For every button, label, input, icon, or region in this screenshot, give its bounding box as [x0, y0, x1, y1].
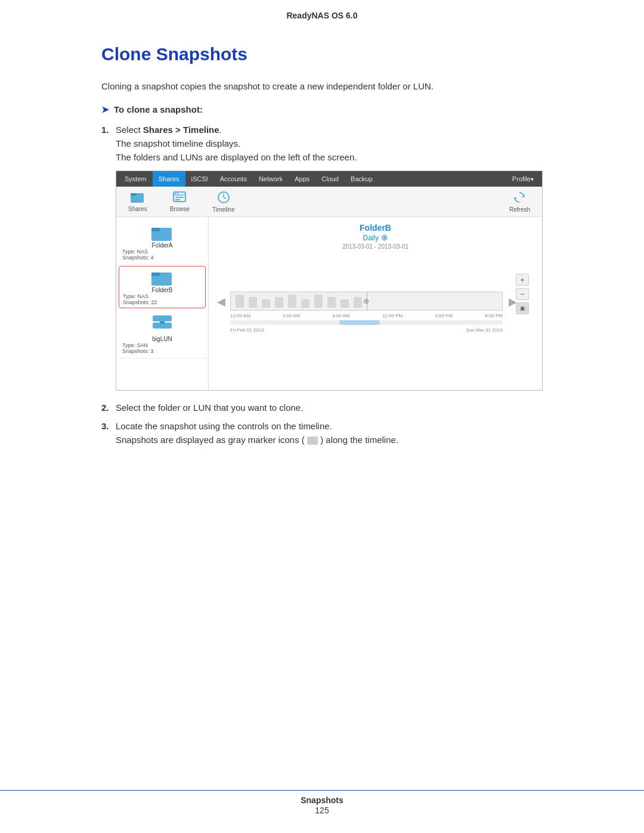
footer-label: Snapshots [0, 795, 644, 805]
folder-a-type: Type: NAS [122, 249, 202, 255]
marker-7 [314, 295, 323, 308]
clock-icon [216, 190, 231, 205]
time-label-1: 4:00 AM [283, 313, 300, 318]
step-1-number: 1. [101, 125, 109, 135]
date-end: Sun Mar 31 2013 [466, 327, 503, 333]
date-start: Fri Feb 01 2013 [230, 327, 264, 333]
step-1: 1. Select Shares > Timeline. The snapsho… [101, 125, 543, 391]
toolbar-browse-label: Browse [170, 206, 190, 212]
folder-item-lun[interactable]: bigLUN Type: SAN Snapshots: 3 [116, 309, 208, 358]
svg-rect-18 [153, 315, 172, 321]
folder-b-icon [151, 269, 173, 286]
nav-bar: System Shares iSCSI Accounts Network App… [116, 171, 542, 187]
toolbar-timeline-label: Timeline [212, 206, 234, 213]
lun-type: Type: SAN [122, 342, 202, 348]
intro-text: Cloning a snapshot copies the snapshot t… [101, 81, 543, 91]
step-1-text: Select Shares > Timeline. [116, 125, 222, 135]
lun-name: bigLUN [122, 336, 202, 342]
nav-tab-system[interactable]: System [119, 171, 153, 187]
nav-tab-apps[interactable]: Apps [289, 171, 315, 187]
time-label-0: 12:00 AM [230, 313, 250, 318]
nav-tab-backup[interactable]: Backup [345, 171, 379, 187]
time-label-3: 12:00 PM [382, 313, 402, 318]
step-2: 2. Select the folder or LUN that you wan… [101, 402, 543, 413]
folder-icon [131, 191, 145, 205]
marker-3 [262, 299, 270, 308]
screenshot: System Shares iSCSI Accounts Network App… [116, 171, 543, 391]
toolbar-shares-label: Shares [128, 206, 147, 212]
right-panel: FolderB Daily ⊕ 2013-03-01 - 2013-03-01 … [209, 217, 542, 390]
screenshot-body: FolderA Type: NAS Snapshots: 4 [116, 217, 542, 390]
time-labels: 12:00 AM 4:00 AM 8:00 AM 12:00 PM 4:00 P… [230, 313, 503, 318]
step-3-number: 3. [101, 421, 109, 431]
folder-item-b[interactable]: FolderB Type: NAS Snapshots: 22 [119, 266, 206, 308]
browse-icon [172, 191, 187, 205]
zoom-in-button[interactable]: + [516, 274, 529, 286]
scroll-bar-horizontal[interactable] [230, 320, 503, 325]
svg-rect-20 [160, 321, 165, 324]
nav-tab-iscsi[interactable]: iSCSI [185, 171, 214, 187]
marker-8 [327, 297, 336, 308]
time-label-2: 8:00 AM [332, 313, 349, 318]
timeline-nav-left[interactable]: ◀ [217, 295, 225, 308]
time-label-5: 8:00 PM [485, 313, 503, 318]
svg-rect-7 [175, 199, 180, 200]
step-3: 3. Locate the snapshot using the control… [101, 421, 543, 445]
main-content: Clone Snapshots Cloning a snapshot copie… [78, 26, 566, 445]
date-range: 2013-03-01 - 2013-03-01 [217, 243, 534, 250]
nav-tab-cloud[interactable]: Cloud [315, 171, 345, 187]
toolbar-timeline[interactable]: Timeline [210, 189, 237, 214]
step-1-sub1: The snapshot timeline displays. [116, 138, 543, 148]
folder-b-snapshots: Snapshots: 22 [123, 299, 202, 305]
nav-tab-shares[interactable]: Shares [153, 171, 185, 187]
time-label-4: 4:00 PM [435, 313, 453, 318]
nav-tab-profile[interactable]: Profile [506, 171, 540, 187]
toolbar-refresh[interactable]: Refresh [507, 189, 532, 214]
svg-point-4 [175, 193, 176, 194]
folder-a-icon [151, 224, 173, 241]
zoom-fit-button[interactable]: ▣ [516, 302, 529, 314]
folder-a-name: FolderA [122, 242, 202, 249]
svg-rect-6 [175, 197, 184, 198]
toolbar-shares[interactable]: Shares [126, 190, 150, 213]
svg-rect-17 [151, 272, 160, 276]
marker-1 [236, 295, 244, 308]
toolbar: Shares B [116, 187, 542, 217]
folder-item-a[interactable]: FolderA Type: NAS Snapshots: 4 [116, 221, 208, 265]
lun-snapshots: Snapshots: 3 [122, 348, 202, 354]
marker-10 [354, 297, 362, 308]
marker-4 [275, 297, 283, 308]
svg-point-5 [177, 193, 178, 194]
refresh-icon [512, 190, 527, 205]
page-header: ReadyNAS OS 6.0 [0, 0, 644, 26]
folder-b-type: Type: NAS [123, 293, 202, 299]
marker-2 [249, 297, 257, 308]
scroll-thumb[interactable] [339, 320, 380, 325]
timeline-markers [231, 295, 367, 308]
svg-point-11 [223, 191, 224, 193]
svg-line-10 [224, 197, 226, 199]
marker-9 [340, 299, 349, 308]
procedure-heading: ➤ To clone a snapshot: [101, 104, 543, 115]
marker-icon-inline [307, 436, 318, 445]
zoom-out-button[interactable]: − [516, 288, 529, 300]
page-footer: Snapshots 125 [0, 790, 644, 815]
footer-page-number: 125 [315, 806, 329, 815]
zoom-buttons: + − ▣ [516, 274, 529, 314]
nav-tab-accounts[interactable]: Accounts [214, 171, 253, 187]
arrow-icon: ➤ [101, 104, 109, 115]
step-2-text: Select the folder or LUN that you want t… [116, 402, 303, 413]
nav-tab-network[interactable]: Network [253, 171, 289, 187]
timeline-area: ◀ [217, 256, 534, 351]
timeline-track: ⊕ [230, 292, 503, 311]
date-labels: Fri Feb 01 2013 Sun Mar 31 2013 [230, 327, 503, 333]
steps-list: 1. Select Shares > Timeline. The snapsho… [101, 125, 543, 445]
svg-rect-15 [151, 228, 160, 231]
procedure-title: To clone a snapshot: [114, 104, 203, 114]
svg-marker-13 [515, 197, 517, 200]
left-panel: FolderA Type: NAS Snapshots: 4 [116, 217, 209, 390]
page-title: Clone Snapshots [101, 44, 543, 64]
selected-folder-schedule: Daily ⊕ [217, 233, 534, 242]
header-title: ReadyNAS OS 6.0 [286, 11, 357, 20]
toolbar-browse[interactable]: Browse [168, 190, 192, 213]
